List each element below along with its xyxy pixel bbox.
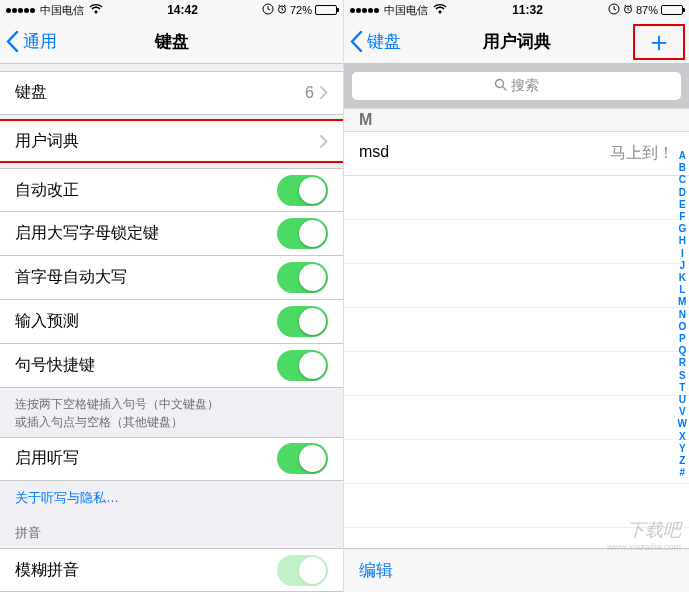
- cell-detail: 6: [305, 84, 314, 102]
- nav-bar: 键盘 用户词典 ＋: [344, 20, 689, 64]
- index-letter[interactable]: E: [678, 199, 687, 211]
- dictionary-entry[interactable]: msd 马上到！: [344, 132, 689, 176]
- toggle-switch[interactable]: [277, 350, 328, 381]
- status-bar: 中国电信 11:32 87%: [344, 0, 689, 20]
- search-placeholder: 搜索: [511, 77, 539, 95]
- add-button[interactable]: ＋: [633, 24, 685, 60]
- index-letter[interactable]: G: [678, 223, 687, 235]
- status-bar: 中国电信 14:42 72%: [0, 0, 343, 20]
- dictation-cell[interactable]: 启用听写: [0, 437, 343, 481]
- back-label: 通用: [23, 30, 57, 53]
- cell-label: 输入预测: [15, 311, 277, 332]
- index-letter[interactable]: X: [678, 431, 687, 443]
- back-button[interactable]: 键盘: [344, 30, 401, 53]
- cell-label: 首字母自动大写: [15, 267, 277, 288]
- chevron-left-icon: [350, 31, 363, 52]
- index-letter[interactable]: C: [678, 174, 687, 186]
- entry-shortcut: msd: [359, 143, 389, 164]
- cell-label: 用户词典: [15, 131, 320, 152]
- index-letter[interactable]: H: [678, 235, 687, 247]
- edit-button[interactable]: 编辑: [359, 559, 393, 582]
- battery-icon: [315, 5, 337, 15]
- toggle-switch[interactable]: [277, 443, 328, 474]
- index-letter[interactable]: F: [678, 211, 687, 223]
- cell-label: 启用听写: [15, 448, 277, 469]
- autocorrect-cell[interactable]: 自动改正: [0, 168, 343, 212]
- section-header: M: [344, 108, 689, 132]
- toggle-switch[interactable]: [277, 306, 328, 337]
- cell-label: 自动改正: [15, 180, 277, 201]
- clock: 11:32: [447, 3, 608, 17]
- cell-label: 启用大写字母锁定键: [15, 223, 277, 244]
- bottom-toolbar: 编辑: [344, 548, 689, 592]
- index-letter[interactable]: K: [678, 272, 687, 284]
- fuzzy-pinyin-cell[interactable]: 模糊拼音: [0, 548, 343, 592]
- search-icon: [494, 78, 507, 94]
- battery-pct: 72%: [290, 4, 312, 16]
- index-letter[interactable]: T: [678, 382, 687, 394]
- cell-label: 句号快捷键: [15, 355, 277, 376]
- settings-content[interactable]: 键盘 6 用户词典 自动改正 启用大写字母锁定键 首字母自动大写 输入预测 句号…: [0, 64, 343, 592]
- index-letter[interactable]: L: [678, 284, 687, 296]
- entry-phrase: 马上到！: [610, 143, 674, 164]
- index-letter[interactable]: Y: [678, 443, 687, 455]
- index-letter[interactable]: V: [678, 406, 687, 418]
- chevron-left-icon: [6, 31, 19, 52]
- index-letter[interactable]: S: [678, 370, 687, 382]
- index-letter[interactable]: A: [678, 150, 687, 162]
- period-note: 连按两下空格键插入句号（中文键盘） 或插入句点与空格（其他键盘）: [0, 388, 343, 435]
- search-bar-wrap: 搜索: [344, 64, 689, 108]
- back-button[interactable]: 通用: [0, 30, 57, 53]
- index-letter[interactable]: Q: [678, 345, 687, 357]
- rotation-lock-icon: [262, 3, 274, 17]
- wifi-icon: [89, 4, 103, 16]
- search-input[interactable]: 搜索: [352, 72, 681, 100]
- cell-label: 模糊拼音: [15, 560, 277, 581]
- index-letter[interactable]: I: [678, 248, 687, 260]
- alpha-index[interactable]: ABCDEFGHIJKLMNOPQRSTUVWXYZ#: [678, 150, 687, 479]
- index-letter[interactable]: U: [678, 394, 687, 406]
- index-letter[interactable]: Z: [678, 455, 687, 467]
- index-letter[interactable]: N: [678, 309, 687, 321]
- chevron-right-icon: [320, 86, 328, 99]
- predictive-cell[interactable]: 输入预测: [0, 300, 343, 344]
- clock: 14:42: [103, 3, 262, 17]
- signal-icon: [6, 8, 35, 13]
- index-letter[interactable]: J: [678, 260, 687, 272]
- toggle-switch[interactable]: [277, 262, 328, 293]
- user-dictionary-cell[interactable]: 用户词典: [0, 119, 343, 163]
- screen-keyboards-settings: 中国电信 14:42 72% 通用 键盘 键盘 6 用户词典 自动改正: [0, 0, 343, 592]
- keyboards-cell[interactable]: 键盘 6: [0, 71, 343, 115]
- index-letter[interactable]: W: [678, 418, 687, 430]
- back-label: 键盘: [367, 30, 401, 53]
- battery-pct: 87%: [636, 4, 658, 16]
- chevron-right-icon: [320, 135, 328, 148]
- signal-icon: [350, 8, 379, 13]
- index-letter[interactable]: D: [678, 187, 687, 199]
- nav-bar: 通用 键盘: [0, 20, 343, 64]
- toggle-switch[interactable]: [277, 218, 328, 249]
- auto-cap-cell[interactable]: 首字母自动大写: [0, 256, 343, 300]
- cell-label: 键盘: [15, 82, 305, 103]
- dictation-privacy-link[interactable]: 关于听写与隐私…: [0, 481, 343, 515]
- index-letter[interactable]: M: [678, 296, 687, 308]
- index-letter[interactable]: B: [678, 162, 687, 174]
- pinyin-header: 拼音: [0, 518, 343, 548]
- battery-icon: [661, 5, 683, 15]
- period-shortcut-cell[interactable]: 句号快捷键: [0, 344, 343, 388]
- index-letter[interactable]: O: [678, 321, 687, 333]
- alarm-icon: [623, 4, 633, 16]
- wifi-icon: [433, 4, 447, 16]
- index-letter[interactable]: R: [678, 357, 687, 369]
- index-letter[interactable]: P: [678, 333, 687, 345]
- carrier-label: 中国电信: [40, 3, 84, 18]
- toggle-switch[interactable]: [277, 175, 328, 206]
- rotation-lock-icon: [608, 3, 620, 17]
- carrier-label: 中国电信: [384, 3, 428, 18]
- empty-rows: [344, 176, 689, 548]
- index-letter[interactable]: #: [678, 467, 687, 479]
- caps-lock-cell[interactable]: 启用大写字母锁定键: [0, 212, 343, 256]
- toggle-switch[interactable]: [277, 555, 328, 586]
- alarm-icon: [277, 4, 287, 16]
- screen-user-dictionary: 中国电信 11:32 87% 键盘 用户词典 ＋ 搜索 M msd 马上到！ 编…: [343, 0, 689, 592]
